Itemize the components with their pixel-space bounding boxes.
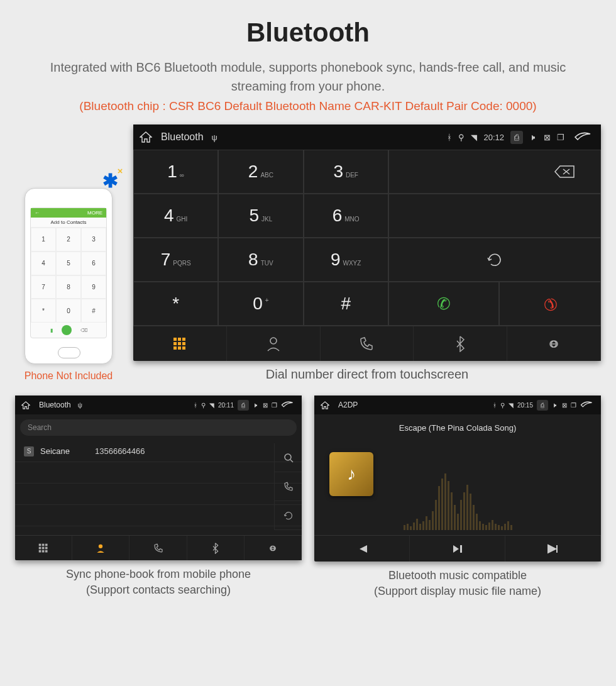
call-hangup-button[interactable]: ✆ [499,282,601,326]
key-7[interactable]: 7PQRS [133,238,218,282]
back-icon[interactable] [281,401,294,409]
key-backspace[interactable] [388,150,601,194]
volume-icon[interactable]: 🕨 [253,402,259,409]
key-redial[interactable] [388,238,601,282]
key-5[interactable]: 5JKL [218,194,303,238]
dialer-caption: Dial number direct from touchscreen [133,361,601,382]
recents-icon[interactable]: ❐ [571,402,576,409]
app-name: Bluetooth [39,401,71,409]
contact-row-empty [15,484,302,505]
nav-keypad-icon[interactable] [15,536,72,560]
location-icon: ⚲ [201,402,206,409]
contact-name: Seicane [40,446,70,456]
play-pause-button[interactable] [410,536,505,562]
home-icon[interactable] [321,401,329,409]
usb-icon: ψ [78,402,82,409]
svg-rect-14 [45,543,48,546]
nav-pair-icon[interactable] [507,326,601,361]
bluetooth-signal-icon: ✱ [102,170,118,192]
bluetooth-icon: ᚼ [447,133,452,142]
nav-calllog-icon[interactable] [129,536,187,560]
back-icon[interactable] [580,401,593,409]
next-track-button[interactable] [505,536,601,562]
side-sync-icon[interactable] [274,501,302,530]
screenshot-icon[interactable]: ⎙ [510,131,523,144]
svg-rect-12 [39,543,41,546]
prev-track-button[interactable] [314,536,410,562]
contact-number: 13566664466 [95,446,145,456]
clock-label: 20:15 [517,402,533,409]
volume-icon[interactable]: 🕨 [552,402,558,409]
close-icon[interactable]: ⊠ [263,402,268,409]
svg-line-11 [290,460,293,462]
location-icon: ⚲ [500,402,505,409]
key-0[interactable]: 0+ [218,282,303,326]
svg-rect-3 [173,342,177,345]
call-answer-button[interactable]: ✆ [388,282,499,326]
svg-rect-20 [45,550,48,552]
nav-contacts-icon[interactable] [72,536,129,560]
phone-not-included-label: Phone Not Included [15,370,122,382]
svg-rect-22 [460,545,462,553]
key-star[interactable]: * [133,282,218,326]
contact-row[interactable]: S Seicane 13566664466 [15,441,302,462]
nav-bluetooth-icon[interactable] [187,536,245,560]
bluetooth-specs: (Bluetooth chip : CSR BC6 Default Blueto… [0,99,616,124]
add-contacts-label: Add to Contacts [31,218,106,228]
key-hash[interactable]: # [304,282,388,326]
nav-bluetooth-icon[interactable] [414,326,507,361]
key-9[interactable]: 9WXYZ [304,238,388,282]
svg-rect-17 [45,546,48,549]
nav-contacts-icon[interactable] [227,326,321,361]
svg-point-9 [270,338,277,344]
contacts-caption: Sync phone-book from mobile phone(Suppor… [15,560,302,598]
svg-rect-18 [39,550,41,552]
svg-rect-0 [173,338,177,341]
page-title: Bluetooth [0,0,616,48]
close-icon[interactable]: ⊠ [562,402,567,409]
key-2[interactable]: 2ABC [218,150,303,194]
key-3[interactable]: 3DEF [304,150,388,194]
nav-pair-icon[interactable] [245,536,302,560]
wifi-icon: ◥ [509,402,514,409]
side-call-icon[interactable] [274,472,302,501]
wifi-icon: ◥ [209,402,214,409]
key-6[interactable]: 6MNO [304,194,388,238]
contacts-headunit: Bluetooth ψ ᚼ ⚲ ◥ 20:11 ⎙ 🕨 ⊠ ❐ Search S… [15,396,302,560]
recents-icon[interactable]: ❐ [272,402,277,409]
music-status-bar: A2DP ᚼ ⚲ ◥ 20:15 ⎙ 🕨 ⊠ ❐ [314,396,601,414]
svg-rect-5 [182,342,185,345]
dialer-headunit: Bluetooth ψ ᚼ ⚲ ◥ 20:12 ⎙ 🕨 ⊠ ❐ 1∞ 2ABC … [133,124,601,361]
close-icon[interactable]: ⊠ [544,133,551,142]
svg-rect-1 [178,338,181,341]
svg-point-10 [285,454,291,460]
home-icon[interactable] [21,401,30,409]
smartphone-mock: ✱ ←MORE Add to Contacts 123456789*0# ▮⌫ [25,188,113,364]
key-8[interactable]: 8TUV [218,238,303,282]
search-input[interactable]: Search [20,419,297,436]
svg-rect-4 [178,342,181,345]
screenshot-icon[interactable]: ⎙ [238,400,249,411]
home-icon[interactable] [140,131,152,143]
back-icon[interactable] [574,132,591,142]
bluetooth-icon: ᚼ [493,402,497,409]
nav-calllog-icon[interactable] [321,326,414,361]
nav-keypad-icon[interactable] [133,326,227,361]
contact-row-empty [15,505,302,526]
screenshot-icon[interactable]: ⎙ [537,400,548,411]
svg-point-21 [99,544,102,548]
svg-rect-13 [42,543,45,546]
side-search-icon[interactable] [274,443,302,472]
svg-rect-19 [42,550,45,552]
key-1[interactable]: 1∞ [133,150,218,194]
svg-rect-6 [173,346,177,350]
svg-rect-16 [42,546,45,549]
status-bar: Bluetooth ψ ᚼ ⚲ ◥ 20:12 ⎙ 🕨 ⊠ ❐ [133,124,601,150]
phone-mock-wrap: ✱ ←MORE Add to Contacts 123456789*0# ▮⌫ … [15,188,122,382]
song-title: Escape (The Pina Colada Song) [399,423,516,433]
svg-rect-8 [182,346,185,350]
usb-icon: ψ [212,133,217,142]
volume-icon[interactable]: 🕨 [529,133,537,142]
recents-icon[interactable]: ❐ [557,133,564,142]
key-4[interactable]: 4GHI [133,194,218,238]
